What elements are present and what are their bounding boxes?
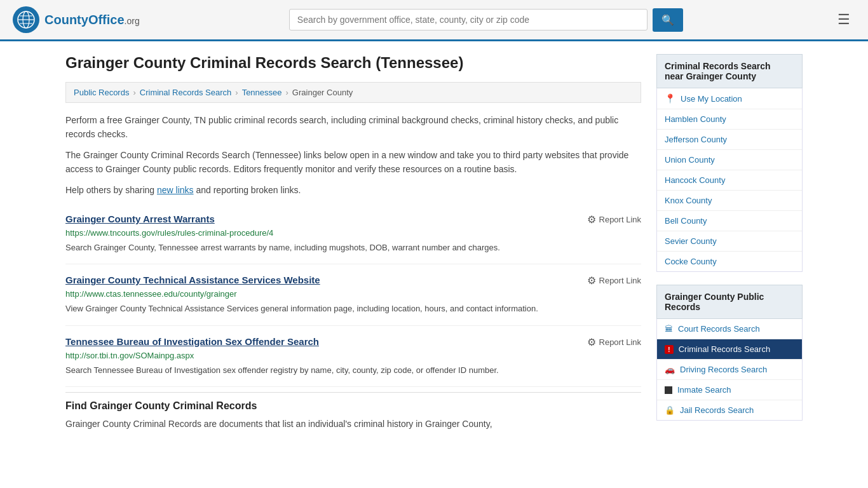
- breadcrumb-tennessee[interactable]: Tennessee: [242, 88, 282, 97]
- sidebar-item-jefferson[interactable]: Jefferson County: [657, 130, 802, 150]
- result-header-1: Grainger County Arrest Warrants ⚙ Report…: [65, 214, 641, 226]
- page-title: Grainger County Criminal Records Search …: [65, 54, 641, 72]
- sidebar-item-driving-records[interactable]: Driving Records Search: [657, 360, 802, 380]
- result-item-1: Grainger County Arrest Warrants ⚙ Report…: [65, 203, 641, 265]
- report-icon-2: ⚙: [587, 274, 596, 287]
- search-area: 🔍: [289, 8, 683, 32]
- breadcrumb-public-records[interactable]: Public Records: [74, 88, 129, 97]
- result-desc-1: Search Grainger County, Tennessee arrest…: [65, 241, 641, 254]
- sidebar-nearby-section: Criminal Records Search near Grainger Co…: [656, 54, 803, 272]
- report-link-3[interactable]: ⚙ Report Link: [587, 336, 641, 348]
- sidebar-item-hamblen[interactable]: Hamblen County: [657, 109, 802, 130]
- sidebar-public-records-header: Grainger County Public Records: [656, 285, 803, 319]
- sidebar-item-knox[interactable]: Knox County: [657, 191, 802, 211]
- sidebar-item-cocke[interactable]: Cocke County: [657, 252, 802, 271]
- report-icon-3: ⚙: [587, 336, 596, 348]
- result-url-1[interactable]: https://www.tncourts.gov/rules/rules-cri…: [65, 228, 641, 238]
- search-input[interactable]: [289, 9, 648, 30]
- breadcrumb-criminal-records[interactable]: Criminal Records Search: [140, 88, 232, 97]
- sidebar-public-records-section: Grainger County Public Records Court Rec…: [656, 285, 803, 421]
- find-section-heading: Find Grainger County Criminal Records: [65, 392, 641, 417]
- result-item-3: Tennessee Bureau of Investigation Sex Of…: [65, 326, 641, 388]
- sidebar-item-inmate-search[interactable]: Inmate Search: [657, 380, 802, 400]
- sidebar-use-location[interactable]: 📍 Use My Location: [657, 88, 802, 109]
- inmate-icon: [665, 386, 672, 394]
- result-url-3[interactable]: http://sor.tbi.tn.gov/SOMainpg.aspx: [65, 351, 641, 360]
- result-desc-3: Search Tennessee Bureau of Investigation…: [65, 364, 641, 377]
- logo[interactable]: CountyOffice.org: [13, 6, 140, 33]
- sidebar-nearby-header: Criminal Records Search near Grainger Co…: [656, 54, 803, 88]
- result-desc-2: View Grainger County Technical Assistanc…: [65, 302, 641, 315]
- sidebar-item-criminal-records[interactable]: ! Criminal Records Search: [657, 339, 802, 360]
- court-icon: [665, 324, 673, 334]
- jail-icon: [665, 405, 675, 415]
- result-header-2: Grainger County Technical Assistance Ser…: [65, 274, 641, 287]
- sidebar-item-hancock[interactable]: Hancock County: [657, 170, 802, 191]
- description-1: Perform a free Grainger County, TN publi…: [65, 113, 641, 142]
- sidebar-item-sevier[interactable]: Sevier County: [657, 231, 802, 252]
- sidebar: Criminal Records Search near Grainger Co…: [656, 54, 803, 438]
- driving-icon: [665, 365, 675, 374]
- sidebar-item-jail-records[interactable]: Jail Records Search: [657, 400, 802, 420]
- result-title-1[interactable]: Grainger County Arrest Warrants: [65, 214, 215, 224]
- location-pin-icon: 📍: [665, 93, 675, 104]
- report-link-2[interactable]: ⚙ Report Link: [587, 274, 641, 287]
- criminal-icon: !: [665, 345, 674, 354]
- menu-button[interactable]: ☰: [832, 9, 855, 30]
- result-title-2[interactable]: Grainger County Technical Assistance Ser…: [65, 274, 320, 285]
- description-3: Help others by sharing new links and rep…: [65, 183, 641, 197]
- breadcrumb: Public Records › Criminal Records Search…: [65, 82, 641, 103]
- result-item-2: Grainger County Technical Assistance Ser…: [65, 264, 641, 326]
- new-links-link[interactable]: new links: [157, 185, 194, 195]
- sidebar-item-union[interactable]: Union County: [657, 150, 802, 170]
- site-header: CountyOffice.org 🔍 ☰: [0, 0, 868, 41]
- sidebar-item-bell[interactable]: Bell County: [657, 211, 802, 231]
- logo-icon: [13, 6, 39, 33]
- result-url-2[interactable]: http://www.ctas.tennessee.edu/county/gra…: [65, 289, 641, 299]
- sidebar-item-court-records[interactable]: Court Records Search: [657, 319, 802, 339]
- breadcrumb-current: Grainger County: [292, 88, 353, 97]
- logo-text: CountyOffice.org: [44, 13, 140, 27]
- report-icon-1: ⚙: [587, 214, 596, 226]
- main-container: Grainger County Criminal Records Search …: [53, 41, 815, 451]
- main-content: Grainger County Criminal Records Search …: [65, 54, 641, 438]
- result-title-3[interactable]: Tennessee Bureau of Investigation Sex Of…: [65, 336, 319, 347]
- search-button[interactable]: 🔍: [653, 8, 683, 32]
- result-header-3: Tennessee Bureau of Investigation Sex Of…: [65, 336, 641, 348]
- report-link-1[interactable]: ⚙ Report Link: [587, 214, 641, 226]
- sidebar-nearby-list: 📍 Use My Location Hamblen County Jeffers…: [656, 88, 803, 272]
- find-section-desc: Grainger County Criminal Records are doc…: [65, 417, 641, 431]
- sidebar-public-records-list: Court Records Search ! Criminal Records …: [656, 319, 803, 421]
- description-2: The Grainger County Criminal Records Sea…: [65, 148, 641, 177]
